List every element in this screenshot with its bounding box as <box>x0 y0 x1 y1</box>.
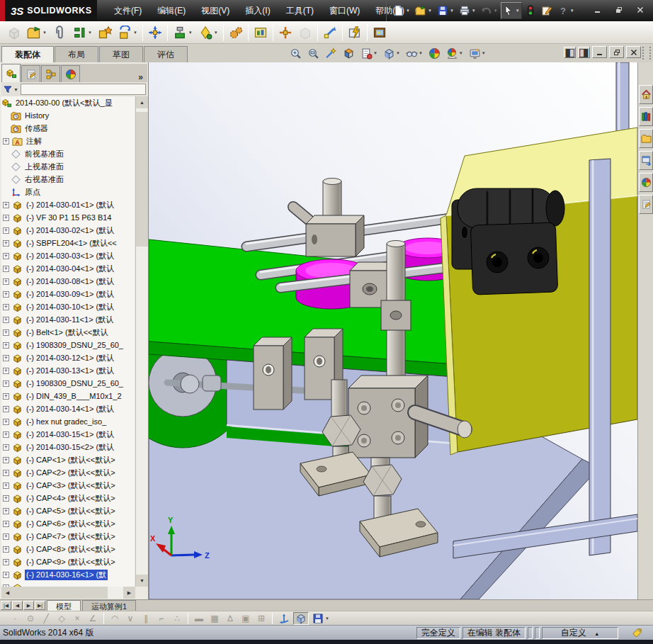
view-settings-button[interactable]: ▼ <box>443 46 466 61</box>
scroll-down-button[interactable]: ▼ <box>136 575 148 587</box>
scroll-up-button[interactable]: ▲ <box>136 96 148 108</box>
panel-tab-featuremanager[interactable] <box>1 64 21 82</box>
tree-item[interactable]: +(-) 1908309_DSNU_25_60_ <box>1 339 135 351</box>
sketch-tool-icon[interactable]: ⌐ <box>154 614 169 623</box>
part-icon[interactable] <box>12 276 23 287</box>
doc-tab-运动算例1[interactable]: 运动算例1 <box>82 600 136 611</box>
rebuild-button[interactable] <box>523 2 538 19</box>
menu-item[interactable]: 视图(V) <box>193 3 237 18</box>
tree-item[interactable]: +(-) CAP<4> (默认<<默认> <box>1 492 135 504</box>
menu-item[interactable]: 窗口(W) <box>322 3 368 18</box>
expander-icon[interactable]: + <box>3 202 9 208</box>
tree-item[interactable]: +(-) SBPFL204<1> (默认<< <box>1 237 135 249</box>
tree-item[interactable]: +(-) 2014-030-08<1> (默认 <box>1 275 135 288</box>
reference-triad-button[interactable] <box>276 612 292 625</box>
hide-show-items-button[interactable]: ▼ <box>403 46 426 61</box>
edit-appearance-button[interactable]: ▼ <box>466 46 489 61</box>
measure-button[interactable] <box>320 23 340 43</box>
tree-item-label[interactable]: (-) CAP<8> (默认<<默认> <box>25 544 117 555</box>
part-icon[interactable] <box>12 442 23 453</box>
section-view-button[interactable] <box>340 46 358 61</box>
tree-item-label[interactable]: (-) CAP<5> (默认<<默认> <box>25 506 117 516</box>
sketch-tool-icon[interactable]: ▣ <box>238 614 254 623</box>
part-icon[interactable] <box>12 519 23 529</box>
tree-item-label[interactable]: (-) CAP<2> (默认<<默认> <box>25 468 117 478</box>
smart-components-button[interactable]: ▼ <box>195 23 221 43</box>
first-tab-button[interactable]: |◀ <box>1 601 11 610</box>
tree-item-label[interactable]: (-) CAP<7> (默认<<默认> <box>25 531 117 542</box>
part-icon[interactable] <box>12 506 23 516</box>
tree-item-label[interactable]: (-) CAP<4> (默认<<默认> <box>25 493 117 504</box>
undo-button[interactable]: ▼ <box>479 2 500 19</box>
tree-item-label[interactable]: 前视基准面 <box>23 149 65 159</box>
tree-item-label[interactable]: (-) 2014-030-14<1> (默认 <box>25 404 115 414</box>
expander-icon[interactable]: + <box>3 317 9 323</box>
expander-icon[interactable]: + <box>3 406 9 412</box>
panel-tab-propertymanager[interactable] <box>21 65 40 82</box>
sketch-tool-icon[interactable]: ⊞ <box>254 614 269 623</box>
sketch-tool-icon[interactable]: · <box>7 614 23 623</box>
part-icon[interactable] <box>12 468 23 478</box>
part-icon[interactable] <box>12 378 23 389</box>
doc-tab-模型[interactable]: 模型 <box>47 600 81 611</box>
part-icon[interactable] <box>12 238 23 249</box>
tree-item[interactable]: +(-) 2014-030-02<1> (默认 <box>1 224 135 237</box>
tree-item[interactable]: +(-) 2014-030-12<1> (默认 <box>1 351 135 364</box>
panel-tab-configurationmanager[interactable] <box>41 65 60 82</box>
sketch-tool-icon[interactable]: ⊙ <box>23 614 38 623</box>
plane-icon[interactable] <box>11 162 21 172</box>
tree-item[interactable]: 前视基准面 <box>1 147 135 160</box>
expander-icon[interactable]: + <box>3 380 9 387</box>
expander-icon[interactable]: + <box>3 368 9 374</box>
rotate-component-button[interactable]: ▼ <box>115 23 140 43</box>
origin-icon[interactable] <box>11 187 21 198</box>
expander-icon[interactable]: + <box>3 304 9 310</box>
horizontal-scroll-thumb[interactable] <box>13 587 108 599</box>
taskpane-tab-view-palette[interactable] <box>639 151 653 170</box>
interference-detection-button[interactable] <box>345 23 365 43</box>
tree-item-label[interactable]: (-) 2014-030-09<1> (默认 <box>25 289 115 300</box>
tree-item-label[interactable]: 传感器 <box>23 123 50 134</box>
task-pane-grip[interactable] <box>642 47 651 60</box>
collapse-right-pane-button[interactable]: ◨ <box>578 47 590 58</box>
assembly-visualization-button[interactable] <box>251 23 271 43</box>
sketch-tool-icon[interactable]: ∠ <box>85 614 101 623</box>
sketch-tool-icon[interactable]: ∥ <box>138 614 154 623</box>
tree-item-label[interactable]: (-) Belt<1> (默认<<默认 <box>25 327 110 338</box>
help-button[interactable]: ▼ <box>555 2 577 19</box>
tree-item[interactable]: +(-) CAP<6> (默认<<默认> <box>1 517 135 530</box>
close-button[interactable] <box>632 4 649 16</box>
tab-布局[interactable]: 布局 <box>55 46 98 62</box>
tree-item-label[interactable]: (-) 2014-030-08<1> (默认 <box>25 276 115 287</box>
taskpane-tab-solidworks-resources[interactable] <box>639 85 653 104</box>
tree-horizontal-scrollbar[interactable]: ◀ ▶ <box>1 587 135 599</box>
taskpane-tab-file-explorer[interactable] <box>639 129 653 148</box>
smart-fasteners-button[interactable]: ▼ <box>170 23 195 43</box>
tree-item[interactable]: +(-) 1908309_DSNU_25_60_ <box>1 377 135 390</box>
linear-component-pattern-button[interactable] <box>95 23 115 43</box>
tree-item[interactable]: +(-) 2014-030-14<1> (默认 <box>1 402 135 415</box>
tree-item-label[interactable]: (-) VF 30 P1 15 P63 B14 <box>25 213 113 222</box>
attachment-button[interactable] <box>50 23 69 43</box>
tree-item[interactable]: +(-) hex nut gradec_iso_ <box>1 415 135 428</box>
taskpane-tab-design-library[interactable] <box>639 107 653 126</box>
tree-item-label[interactable]: (-) CAP<6> (默认<<默认> <box>25 519 117 529</box>
tree-item-label[interactable]: (-) 2014-030-11<1> (默认 <box>25 315 115 325</box>
expander-icon[interactable]: + <box>3 329 9 336</box>
options-button[interactable] <box>539 2 555 19</box>
expander-icon[interactable]: + <box>3 431 9 438</box>
restore-button[interactable] <box>611 4 628 16</box>
zoom-to-area-button[interactable] <box>305 46 322 61</box>
tree-item[interactable]: +(-) CAP<7> (默认<<默认> <box>1 530 135 543</box>
annotations-icon[interactable] <box>12 136 23 147</box>
part-icon[interactable] <box>12 340 23 351</box>
expander-icon[interactable]: + <box>3 138 9 145</box>
part-icon[interactable] <box>12 417 23 427</box>
tree-item[interactable]: 右视基准面 <box>1 173 135 186</box>
close-document-button[interactable] <box>626 46 641 58</box>
mate-button[interactable]: ▼ <box>69 23 95 43</box>
tree-item-label[interactable]: (-) 2014-030-15<2> (默认 <box>25 442 115 453</box>
tree-item[interactable]: +(-) CAP<2> (默认<<默认> <box>1 466 135 479</box>
panel-tab-displaymanager[interactable] <box>61 65 80 82</box>
tree-item-label[interactable]: (-) 2014-030-12<1> (默认 <box>25 353 115 363</box>
